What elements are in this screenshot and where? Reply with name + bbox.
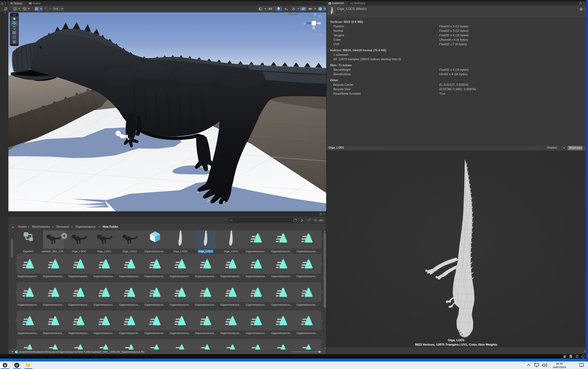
svg-text:<Persp: <Persp (311, 32, 323, 36)
svg-text:6: 6 (322, 219, 324, 222)
svg-text:8022 Vertices, 12870 Triangles: 8022 Vertices, 12870 Triangles | UV1, Co… (415, 343, 497, 346)
svg-text:?: ? (580, 8, 582, 10)
svg-text:z: z (304, 22, 305, 25)
svg-text:Y: Y (37, 9, 38, 11)
svg-text:Giga_LOD1: Giga_LOD1 (448, 339, 465, 342)
svg-text:y: y (314, 12, 316, 16)
